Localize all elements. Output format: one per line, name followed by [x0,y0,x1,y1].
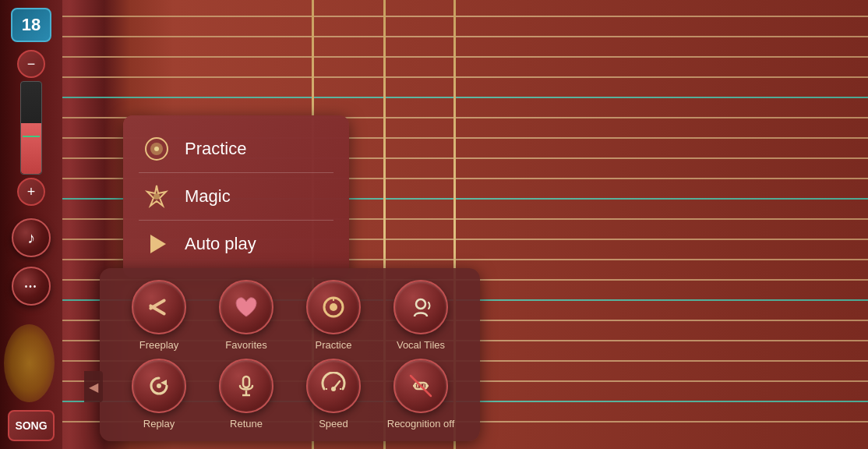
vocal-tiles-icon [407,293,435,321]
recognition-off-icon [407,372,435,400]
volume-marker [23,136,40,137]
svg-point-13 [157,384,161,388]
string-line-0 [62,16,868,17]
svg-marker-5 [150,235,166,253]
speed-button[interactable] [306,359,361,413]
vocal-tiles-item[interactable]: Vocal Tiles [386,280,456,351]
recognition-off-button[interactable] [393,359,448,413]
volume-fill [21,123,41,174]
retune-icon [232,372,260,400]
favorites-button[interactable] [219,280,273,334]
freeplay-button[interactable] [132,280,186,334]
more-button[interactable]: ••• [12,267,51,306]
favorites-label: Favorites [225,339,266,351]
toolbar-row-2: Replay Retune [115,359,464,430]
decorative-ornament [4,324,55,402]
bottom-toolbar: Freeplay Favorites Practice [100,268,480,441]
vocal-tiles-button[interactable] [393,280,448,334]
speed-label: Speed [319,418,348,430]
freeplay-icon [145,293,173,321]
practice-label: Practice [316,339,352,351]
menu-divider-1 [139,172,333,173]
volume-slider[interactable] [20,81,42,175]
recognition-off-label: Recognition off [387,418,455,430]
retune-label: Retune [230,418,263,430]
string-line-2 [62,56,868,58]
vocal-tiles-label: Vocal Tiles [397,339,445,351]
score-value: 18 [22,15,41,35]
volume-minus-button[interactable]: − [17,50,45,78]
autoplay-mode-item[interactable]: Auto play [139,222,333,266]
chevron-left-icon: ◀ [89,380,98,394]
speed-icon [319,372,348,400]
magic-mode-icon [143,182,171,210]
panel-collapse-arrow[interactable]: ◀ [84,371,103,402]
song-button[interactable]: SONG [8,410,55,441]
practice-button[interactable] [306,280,361,334]
freeplay-item[interactable]: Freeplay [124,280,194,351]
volume-plus-button[interactable]: + [17,178,45,206]
toolbar-row-1: Freeplay Favorites Practice [115,280,464,351]
retune-item[interactable]: Retune [211,359,281,430]
replay-button[interactable] [132,359,186,413]
svg-point-11 [416,299,425,309]
freeplay-label: Freeplay [139,339,179,351]
replay-item[interactable]: Replay [124,359,194,430]
autoplay-mode-label: Auto play [185,234,256,254]
menu-divider-2 [139,220,333,221]
more-icon: ••• [25,282,38,291]
favorites-item[interactable]: Favorites [211,280,281,351]
magic-mode-item[interactable]: Magic [139,175,333,218]
left-sidebar: 18 − + ♪ ••• SONG [0,0,62,449]
svg-marker-12 [161,380,167,386]
string-line-1 [62,36,868,37]
practice-mode-icon [143,135,171,163]
string-line-3 [62,76,868,78]
music-button[interactable]: ♪ [12,218,51,257]
song-label: SONG [15,419,47,432]
volume-control: − + [17,50,45,206]
practice-item[interactable]: Practice [298,280,369,351]
svg-point-18 [331,387,336,391]
svg-point-2 [154,147,159,151]
practice-mode-item[interactable]: Practice [139,127,333,171]
svg-rect-14 [243,377,249,387]
replay-label: Replay [143,418,175,430]
magic-mode-label: Magic [185,186,231,207]
svg-point-4 [153,193,160,200]
string-line-4 [62,97,868,98]
retune-button[interactable] [219,359,273,413]
recognition-off-item[interactable]: Recognition off [386,359,456,430]
autoplay-mode-icon [143,230,171,258]
practice-mode-label: Practice [185,139,246,159]
practice-icon [319,293,348,321]
speed-item[interactable]: Speed [298,359,369,430]
favorites-icon [232,293,260,321]
replay-icon [145,372,173,400]
music-icon: ♪ [27,229,35,247]
score-display: 18 [11,8,51,42]
mode-menu-panel: Practice Magic Auto play [123,115,349,278]
svg-point-9 [330,303,337,311]
